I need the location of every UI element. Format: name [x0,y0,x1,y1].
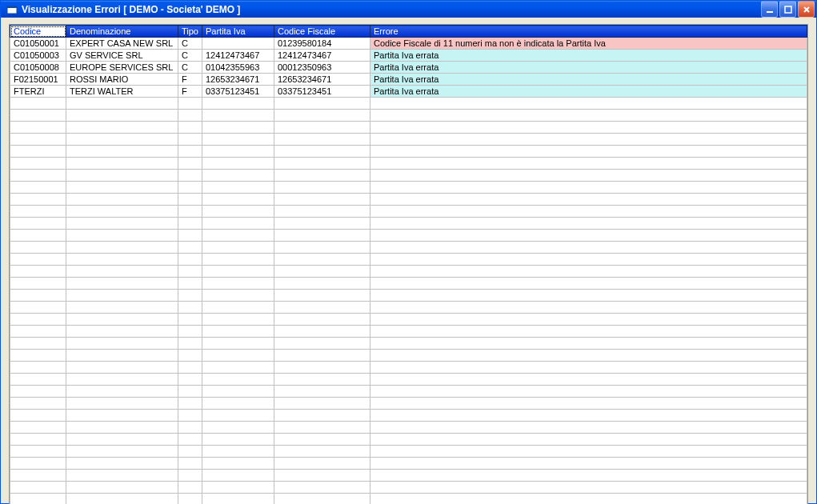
cell-denominazione[interactable]: ROSSI MARIO [66,74,178,86]
cell-empty[interactable] [178,134,202,146]
cell-empty[interactable] [370,290,807,302]
cell-empty[interactable] [178,350,202,362]
table-row-empty[interactable] [10,194,807,206]
cell-cf[interactable]: 00012350963 [274,62,370,74]
cell-tipo[interactable]: C [178,62,202,74]
cell-empty[interactable] [202,110,274,122]
cell-empty[interactable] [370,218,807,230]
cell-empty[interactable] [202,206,274,218]
cell-empty[interactable] [274,422,370,434]
cell-empty[interactable] [10,266,66,278]
cell-empty[interactable] [274,158,370,170]
cell-errore[interactable]: Codice Fiscale di 11 numeri ma non è ind… [370,38,807,50]
cell-empty[interactable] [10,374,66,386]
cell-empty[interactable] [202,158,274,170]
cell-empty[interactable] [274,494,370,505]
cell-empty[interactable] [66,422,178,434]
cell-empty[interactable] [370,350,807,362]
cell-empty[interactable] [178,230,202,242]
cell-empty[interactable] [66,458,178,470]
cell-errore[interactable]: Partita Iva errata [370,86,807,98]
table-row[interactable]: FTERZITERZI WALTERF033751234510337512345… [10,86,807,98]
cell-empty[interactable] [274,470,370,482]
cell-empty[interactable] [66,182,178,194]
cell-empty[interactable] [370,434,807,446]
table-row-empty[interactable] [10,422,807,434]
cell-empty[interactable] [370,194,807,206]
cell-empty[interactable] [202,470,274,482]
cell-empty[interactable] [10,254,66,266]
cell-empty[interactable] [178,194,202,206]
table-row-empty[interactable] [10,314,807,326]
cell-empty[interactable] [66,410,178,422]
cell-empty[interactable] [202,122,274,134]
cell-empty[interactable] [370,386,807,398]
cell-empty[interactable] [274,98,370,110]
cell-empty[interactable] [274,434,370,446]
cell-empty[interactable] [370,110,807,122]
cell-empty[interactable] [178,362,202,374]
cell-empty[interactable] [274,326,370,338]
table-row-empty[interactable] [10,242,807,254]
table-row-empty[interactable] [10,146,807,158]
table-row-empty[interactable] [10,110,807,122]
table-row-empty[interactable] [10,302,807,314]
cell-empty[interactable] [202,134,274,146]
cell-empty[interactable] [10,122,66,134]
cell-empty[interactable] [178,314,202,326]
cell-empty[interactable] [202,362,274,374]
cell-empty[interactable] [66,338,178,350]
cell-empty[interactable] [10,350,66,362]
cell-empty[interactable] [274,410,370,422]
cell-empty[interactable] [370,458,807,470]
cell-empty[interactable] [66,350,178,362]
cell-empty[interactable] [178,302,202,314]
cell-empty[interactable] [370,302,807,314]
cell-piva[interactable]: 03375123451 [202,86,274,98]
cell-empty[interactable] [66,278,178,290]
cell-cf[interactable]: 12412473467 [274,50,370,62]
cell-empty[interactable] [370,470,807,482]
cell-empty[interactable] [10,302,66,314]
cell-empty[interactable] [10,398,66,410]
cell-codice[interactable]: C01050008 [10,62,66,74]
cell-empty[interactable] [178,110,202,122]
cell-empty[interactable] [370,338,807,350]
cell-empty[interactable] [178,290,202,302]
cell-empty[interactable] [202,182,274,194]
cell-denominazione[interactable]: EXPERT CASA NEW SRL [66,38,178,50]
cell-codice[interactable]: C01050003 [10,50,66,62]
cell-empty[interactable] [10,230,66,242]
cell-empty[interactable] [202,434,274,446]
cell-empty[interactable] [66,314,178,326]
table-row-empty[interactable] [10,410,807,422]
table-row-empty[interactable] [10,158,807,170]
cell-piva[interactable] [202,38,274,50]
cell-empty[interactable] [10,362,66,374]
cell-empty[interactable] [274,446,370,458]
cell-empty[interactable] [274,146,370,158]
cell-piva[interactable]: 12653234671 [202,74,274,86]
cell-piva[interactable]: 01042355963 [202,62,274,74]
cell-empty[interactable] [66,386,178,398]
cell-empty[interactable] [178,494,202,505]
cell-tipo[interactable]: F [178,86,202,98]
cell-errore[interactable]: Partita Iva errata [370,62,807,74]
cell-empty[interactable] [178,338,202,350]
cell-empty[interactable] [274,230,370,242]
table-row[interactable]: C01050008EUROPE SERVICES SRLC01042355963… [10,62,807,74]
cell-empty[interactable] [10,182,66,194]
cell-empty[interactable] [10,326,66,338]
cell-empty[interactable] [202,266,274,278]
table-row-empty[interactable] [10,230,807,242]
cell-empty[interactable] [274,482,370,494]
cell-empty[interactable] [274,254,370,266]
cell-empty[interactable] [10,110,66,122]
cell-empty[interactable] [370,314,807,326]
cell-empty[interactable] [370,158,807,170]
cell-empty[interactable] [274,290,370,302]
cell-empty[interactable] [178,410,202,422]
cell-empty[interactable] [274,350,370,362]
cell-empty[interactable] [202,374,274,386]
cell-empty[interactable] [178,206,202,218]
